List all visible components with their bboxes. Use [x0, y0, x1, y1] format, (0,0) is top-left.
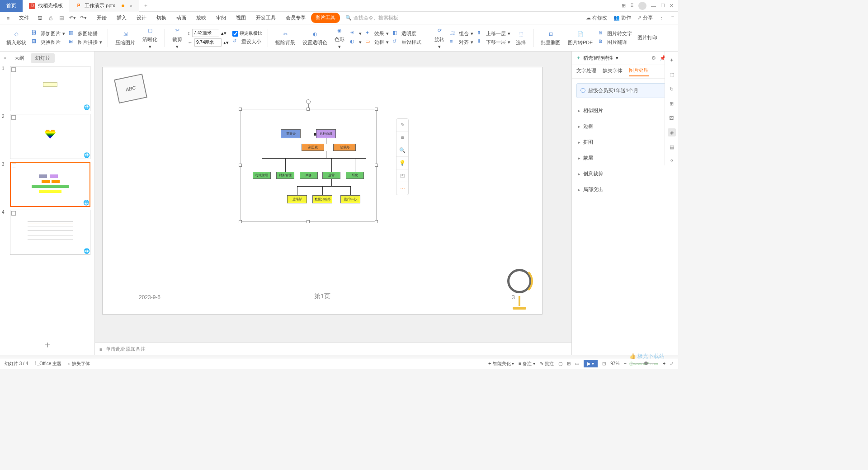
edge-ai-icon[interactable]: ✦ [668, 56, 676, 64]
collapse-panel-icon[interactable]: « [4, 55, 6, 61]
view-reading-icon[interactable]: ▭ [575, 361, 579, 366]
edge-anim-icon[interactable]: ↻ [668, 85, 676, 93]
tab-member[interactable]: 会员专享 [281, 13, 310, 23]
handle-br[interactable] [375, 220, 378, 223]
notes-bar[interactable]: ≡ 单击此处添加备注 [95, 343, 571, 355]
rp-border[interactable]: ▸边框 [576, 118, 674, 134]
tab-transition[interactable]: 切换 [152, 13, 171, 23]
undo-icon[interactable]: ↶▾ [68, 14, 77, 23]
canvas[interactable]: ABC 董事会 执行总裁 副总裁 总裁办 [95, 52, 571, 355]
float-crop[interactable]: ◰ [396, 169, 408, 182]
beautify-button[interactable]: ✦ 智能美化 ▾ [488, 361, 514, 367]
height-input[interactable] [192, 29, 219, 37]
float-idea[interactable]: 💡 [396, 157, 408, 169]
redo-icon[interactable]: ↷▾ [79, 14, 88, 23]
maximize-icon[interactable]: ☐ [660, 3, 665, 9]
menu-icon[interactable]: ≡ [4, 14, 13, 23]
align[interactable]: ≡对齐▾ [450, 38, 473, 46]
tab-templates[interactable]: D 找稻壳模板 [23, 0, 69, 12]
print-image[interactable]: 图片打印 [636, 33, 659, 42]
zoom-out-icon[interactable]: − [624, 361, 627, 366]
rp-tab-text[interactable]: 文字处理 [576, 67, 596, 76]
search-box[interactable]: 🔍 查找命令、搜索模板 [345, 14, 398, 21]
translate[interactable]: 🗎图片翻译 [598, 38, 632, 46]
save-icon[interactable]: 🖫 [35, 14, 44, 23]
rotate[interactable]: ⟳旋转▾ [433, 25, 446, 51]
edge-image-icon[interactable]: 🖼 [668, 114, 676, 122]
effect[interactable]: ✦效果▾ [365, 30, 389, 37]
rp-tab-image[interactable]: 图片处理 [629, 67, 649, 76]
thumb-4[interactable]: 🌐 [10, 210, 90, 255]
layout-icon[interactable]: ⊞ [622, 3, 626, 9]
compress-image[interactable]: ⇲压缩图片 [113, 28, 137, 47]
file-menu[interactable]: 文件 [14, 13, 33, 23]
handle-tm[interactable] [307, 108, 310, 111]
color[interactable]: ◉色彩▾ [333, 25, 346, 51]
clarity[interactable]: ▢清晰化▾ [141, 25, 159, 51]
image-splice[interactable]: ⊞图片拼接▾ [69, 38, 102, 46]
settings-icon[interactable]: ⚙ [651, 55, 656, 61]
share[interactable]: ↗分享 [637, 14, 653, 21]
set-transparent[interactable]: ◐设置透明色 [301, 28, 329, 47]
notes-toggle[interactable]: ≡ 备注 ▾ [519, 361, 535, 367]
view-normal-icon[interactable]: ▢ [558, 361, 562, 366]
handle-bm[interactable] [307, 220, 310, 223]
remove-bg[interactable]: ✂抠除背景 [274, 28, 297, 47]
to-pdf[interactable]: 📄图片转PDF [566, 28, 594, 47]
edge-smart-icon[interactable]: ◈ [668, 128, 676, 136]
edge-template-icon[interactable]: ▤ [668, 143, 676, 151]
reset-style[interactable]: ↺重设样式 [392, 38, 421, 46]
reset-size[interactable]: ↺重设大小 [232, 38, 262, 45]
close-icon[interactable]: ✕ [670, 3, 674, 9]
rp-tab-font[interactable]: 缺失字体 [603, 67, 623, 76]
tab-review[interactable]: 审阅 [212, 13, 231, 23]
tab-picture-tools[interactable]: 图片工具 [311, 13, 340, 23]
down-layer[interactable]: ⬇下移一层▾ [477, 38, 510, 46]
collapse-ribbon-icon[interactable]: ⌃ [670, 15, 675, 21]
pending-changes[interactable]: ☁有修改 [586, 14, 607, 21]
tab-insert[interactable]: 插入 [112, 13, 131, 23]
brightness[interactable]: ☀▾ [350, 30, 362, 37]
minimize-icon[interactable]: — [651, 3, 656, 9]
handle-bl[interactable] [239, 220, 242, 223]
lock-ratio[interactable]: 锁定纵横比 [232, 30, 262, 37]
add-image[interactable]: 🖼添加图片▾ [32, 30, 65, 37]
multi-outline[interactable]: ▦多图轮播 [69, 30, 102, 37]
edge-help-icon[interactable]: ? [668, 157, 676, 165]
preview-icon[interactable]: ▤ [57, 14, 66, 23]
fit-icon[interactable]: ⊡ [602, 361, 606, 366]
float-edit[interactable]: ✎ [396, 119, 408, 132]
tab-view[interactable]: 视图 [231, 13, 250, 23]
combine[interactable]: ⿴组合▾ [450, 30, 473, 37]
float-layers[interactable]: ≋ [396, 132, 408, 144]
tab-close[interactable]: × [130, 3, 132, 9]
theme-label[interactable]: 1_Office 主题 [34, 361, 61, 367]
fullscreen-icon[interactable]: ⤢ [670, 361, 674, 366]
up-layer[interactable]: ⬆上移一层▾ [477, 30, 510, 37]
avatar-icon[interactable] [638, 2, 646, 10]
thumb-1[interactable]: 🌐 [10, 66, 90, 111]
print-icon[interactable]: ⎙ [46, 14, 55, 23]
rp-highlight[interactable]: ▸局部突出 [576, 182, 674, 197]
view-sorter-icon[interactable]: ⊞ [567, 361, 571, 366]
missing-font[interactable]: ⟐ 缺失字体 [68, 361, 90, 367]
tab-slides[interactable]: 幻灯片 [31, 53, 55, 63]
thumb-2[interactable]: 🌐 [10, 114, 90, 159]
to-text[interactable]: 🗎图片转文字 [598, 30, 632, 37]
tab-animation[interactable]: 动画 [172, 13, 191, 23]
zoom-level[interactable]: 97% [610, 361, 619, 366]
handle-tr[interactable] [375, 108, 378, 111]
tab-start[interactable]: 开始 [92, 13, 111, 23]
tab-home[interactable]: 首页 [0, 0, 23, 12]
rp-mask[interactable]: ▸蒙层 [576, 150, 674, 166]
tab-add[interactable]: ＋ [139, 2, 153, 9]
rp-similar[interactable]: ▸相似图片 [576, 103, 674, 118]
apps-icon[interactable]: ⠿ [630, 3, 634, 9]
handle-tl[interactable] [239, 108, 242, 111]
tab-outline[interactable]: 大纲 [10, 53, 29, 63]
tab-devtools[interactable]: 开发工具 [251, 13, 280, 23]
handle-ml[interactable] [239, 164, 242, 167]
select[interactable]: ⬚选择 [514, 28, 528, 47]
contrast[interactable]: ◐▾ [350, 38, 362, 46]
handle-mr[interactable] [375, 164, 378, 167]
